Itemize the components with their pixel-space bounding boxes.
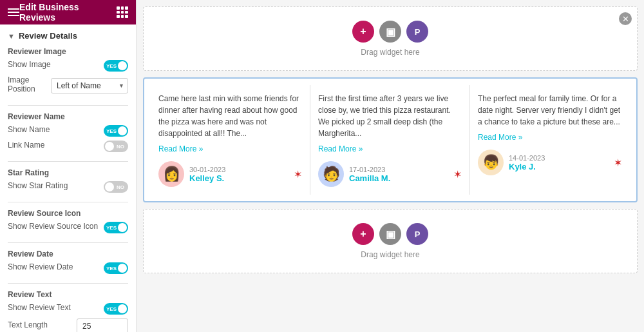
reviewer-info-2: 14-01-2023 Kyle J. xyxy=(509,154,609,171)
star-rating-label: Star Rating xyxy=(8,168,128,177)
review-source-icon-group: Review Source Icon Show Review Source Ic… xyxy=(8,209,128,233)
main-content: ✕ + ▣ P Drag widget here Came here last … xyxy=(137,0,644,332)
section-review-details: ▼ Review Details xyxy=(8,31,128,41)
review-date-label: Review Date xyxy=(8,249,128,259)
reviewer-image-label: Reviewer Image xyxy=(8,47,128,56)
show-star-toggle[interactable]: NO xyxy=(104,181,128,193)
read-more-2[interactable]: Read More » xyxy=(478,133,622,142)
show-image-toggle[interactable]: YES xyxy=(104,60,128,72)
menu-icon[interactable] xyxy=(8,8,19,16)
reviewer-row-2: 👦 14-01-2023 Kyle J. ✶ xyxy=(478,150,622,175)
text-length-row: Text Length xyxy=(8,318,128,332)
show-text-toggle[interactable]: YES xyxy=(104,303,128,315)
yelp-icon-1: ✶ xyxy=(453,168,462,181)
show-date-row: Show Review Date YES xyxy=(8,262,128,274)
show-image-row: Show Image YES xyxy=(8,60,128,72)
image-position-row: Image Position Left of Name Above Name xyxy=(8,75,128,96)
reviews-grid-container: Came here last min with some friends for… xyxy=(143,77,638,202)
bottom-layout-widget-button[interactable]: ▣ xyxy=(379,223,401,245)
reviews-grid: Came here last min with some friends for… xyxy=(151,85,630,195)
yelp-icon-0: ✶ xyxy=(294,168,302,181)
sidebar-header: Edit Business Reviews xyxy=(0,0,136,24)
image-position-select[interactable]: Left of Name Above Name xyxy=(51,78,128,93)
review-card-1: First the first time after 3 years we li… xyxy=(310,85,470,195)
bottom-widget-icons: + ▣ P xyxy=(352,223,428,245)
reviewer-date-1: 17-01-2023 xyxy=(349,166,448,173)
review-date-group: Review Date Show Review Date YES xyxy=(8,249,128,274)
show-text-row: Show Review Text YES xyxy=(8,303,128,315)
show-date-label: Show Review Date xyxy=(8,262,73,271)
bottom-drag-area: + ▣ P Drag widget here xyxy=(143,209,638,273)
show-name-row: Show Name YES xyxy=(8,125,128,137)
top-add-widget-button[interactable]: + xyxy=(352,21,374,43)
star-rating-group: Star Rating Show Star Rating NO xyxy=(8,168,128,193)
text-length-label: Text Length xyxy=(8,320,48,329)
reviewer-name-0[interactable]: Kelley S. xyxy=(189,173,289,183)
bottom-p-widget-button[interactable]: P xyxy=(406,223,428,245)
sidebar-title: Edit Business Reviews xyxy=(19,2,117,23)
review-text-1: First the first time after 3 years we li… xyxy=(318,93,462,139)
reviewer-name-1[interactable]: Camilla M. xyxy=(349,173,448,183)
reviewer-image-group: Reviewer Image Show Image YES Image Posi… xyxy=(8,47,128,96)
show-date-toggle[interactable]: YES xyxy=(104,262,128,274)
read-more-1[interactable]: Read More » xyxy=(318,144,462,153)
review-text-0: Came here last min with some friends for… xyxy=(158,93,302,139)
reviewer-row-0: 👩 30-01-2023 Kelley S. ✶ xyxy=(158,161,302,187)
show-name-label: Show Name xyxy=(8,125,50,134)
reviewer-info-0: 30-01-2023 Kelley S. xyxy=(189,166,289,183)
show-icon-toggle[interactable]: YES xyxy=(104,222,128,233)
read-more-0[interactable]: Read More » xyxy=(158,144,302,153)
review-text-2: The perfect meal for family time. Or for… xyxy=(478,93,622,128)
show-name-toggle[interactable]: YES xyxy=(104,125,128,137)
review-card-0: Came here last min with some friends for… xyxy=(151,85,310,195)
top-drag-text: Drag widget here xyxy=(361,48,419,57)
top-widget-icons: + ▣ P xyxy=(352,21,428,43)
review-text-group: Review Text Show Review Text YES Text Le… xyxy=(8,290,128,332)
yelp-icon-2: ✶ xyxy=(614,157,622,169)
reviewer-date-0: 30-01-2023 xyxy=(189,166,289,173)
image-position-label: Image Position xyxy=(8,75,51,93)
show-star-row: Show Star Rating NO xyxy=(8,181,128,193)
show-icon-label: Show Review Source Icon xyxy=(8,222,98,231)
reviewer-info-1: 17-01-2023 Camilla M. xyxy=(349,166,448,183)
bottom-add-widget-button[interactable]: + xyxy=(352,223,374,245)
link-name-row: Link Name NO xyxy=(8,141,128,152)
top-drag-area: ✕ + ▣ P Drag widget here xyxy=(143,6,638,71)
reviewer-avatar-0: 👩 xyxy=(158,161,184,187)
show-icon-row: Show Review Source Icon YES xyxy=(8,222,128,233)
reviewer-row-1: 🧑 17-01-2023 Camilla M. ✶ xyxy=(318,161,462,187)
review-card-2: The perfect meal for family time. Or for… xyxy=(470,85,630,195)
bottom-drag-text: Drag widget here xyxy=(361,250,419,259)
reviewer-name-label: Reviewer Name xyxy=(8,112,128,121)
chevron-icon: ▼ xyxy=(8,32,15,40)
review-text-label: Review Text xyxy=(8,290,128,299)
link-name-label: Link Name xyxy=(8,141,44,150)
show-image-label: Show Image xyxy=(8,60,51,69)
sidebar: Edit Business Reviews ▼ Review Details R… xyxy=(0,0,137,332)
top-layout-widget-button[interactable]: ▣ xyxy=(379,21,401,43)
reviewer-avatar-1: 🧑 xyxy=(318,161,344,187)
link-name-toggle[interactable]: NO xyxy=(104,141,128,152)
show-star-label: Show Star Rating xyxy=(8,181,68,190)
reviewer-avatar-2: 👦 xyxy=(478,150,504,175)
reviewer-name-group: Reviewer Name Show Name YES Link Name NO xyxy=(8,112,128,152)
reviewer-date-2: 14-01-2023 xyxy=(509,154,609,162)
grid-icon[interactable] xyxy=(117,6,128,18)
image-position-select-wrapper: Left of Name Above Name xyxy=(51,78,128,93)
show-text-label: Show Review Text xyxy=(8,303,71,312)
top-close-button[interactable]: ✕ xyxy=(619,12,632,25)
reviewer-name-2[interactable]: Kyle J. xyxy=(509,162,609,171)
review-source-icon-label: Review Source Icon xyxy=(8,209,128,218)
top-p-widget-button[interactable]: P xyxy=(406,21,428,43)
sidebar-content: ▼ Review Details Reviewer Image Show Ima… xyxy=(0,24,136,332)
text-length-input[interactable] xyxy=(77,318,128,332)
